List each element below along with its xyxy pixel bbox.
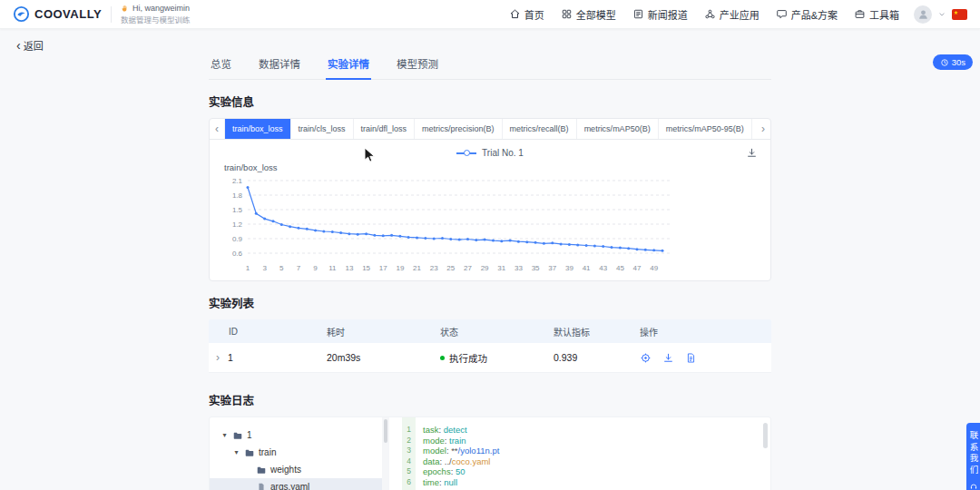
svg-text:21: 21: [413, 264, 421, 272]
download-icon[interactable]: [662, 352, 674, 364]
page-tab[interactable]: 实验详情: [326, 51, 371, 80]
tree-item[interactable]: ▾ 1: [210, 426, 382, 444]
back-button[interactable]: ‹ 返回: [16, 38, 44, 53]
svg-text:39: 39: [565, 264, 573, 272]
tree-item-name: train: [259, 447, 276, 457]
code-line: time: null: [423, 477, 770, 488]
table-row: ›1 20m39s 执行成功 0.939: [209, 343, 771, 373]
svg-text:43: 43: [599, 264, 607, 272]
code-line-numbers: 123456789: [402, 417, 416, 490]
legend-label[interactable]: Trial No. 1: [482, 148, 524, 158]
svg-text:35: 35: [532, 264, 540, 272]
svg-text:1.2: 1.2: [232, 220, 243, 229]
home-icon: [509, 8, 521, 20]
row-actions: [640, 352, 771, 364]
line-number: 5: [402, 466, 416, 477]
svg-text:1.8: 1.8: [232, 191, 243, 200]
tree-item-name: args.yaml: [270, 482, 309, 490]
divider: [111, 6, 112, 23]
tree-item-name: 1: [247, 430, 252, 440]
metric-tab[interactable]: metrics/precision(B): [414, 119, 502, 139]
metric-tabs: train/box_losstrain/cls_losstrain/dfl_lo…: [224, 119, 756, 139]
table-header: ID耗时状态默认指标操作: [209, 319, 771, 343]
svg-text:45: 45: [616, 264, 624, 272]
metric-tab[interactable]: train/dfl_loss: [353, 119, 415, 139]
chevron-down-icon[interactable]: [937, 10, 946, 19]
svg-text:11: 11: [328, 264, 337, 272]
row-elapsed: 20m39s: [327, 352, 440, 363]
svg-text:3: 3: [262, 264, 267, 272]
news-icon: [632, 8, 644, 20]
page-tab[interactable]: 总览: [209, 51, 233, 79]
code-scrollbar[interactable]: [763, 423, 768, 448]
column-header: 操作: [640, 325, 771, 338]
svg-text:25: 25: [446, 264, 455, 272]
code-line: epochs: 50: [423, 466, 770, 477]
metric-tab[interactable]: train/cls_loss: [290, 119, 353, 139]
svg-text:0.6: 0.6: [232, 250, 243, 258]
tree-scrollbar[interactable]: [382, 417, 389, 490]
target-icon[interactable]: [640, 352, 652, 364]
line-number: 1: [402, 425, 416, 436]
metric-tabs-bar: ‹ train/box_losstrain/cls_losstrain/dfl_…: [210, 119, 770, 140]
download-chart-icon[interactable]: [746, 147, 758, 159]
metric-tab[interactable]: train/box_loss: [224, 119, 290, 139]
svg-text:29: 29: [481, 264, 489, 272]
nav-item[interactable]: 首页: [509, 7, 544, 22]
solutions-icon: [776, 8, 788, 20]
line-number: 3: [402, 446, 416, 456]
svg-text:41: 41: [583, 264, 591, 272]
log-file-tree: ▾ 1 ▾ train weights args.yaml labels_cor…: [210, 417, 382, 490]
contact-us-label: 联系我们: [967, 431, 980, 476]
nav-item[interactable]: 工具箱: [854, 7, 899, 22]
line-number: 6: [402, 477, 416, 488]
avatar[interactable]: [914, 5, 932, 24]
table-body: ›1 20m39s 执行成功 0.939: [209, 343, 771, 373]
coovally-logo[interactable]: COOVALLY: [13, 5, 102, 23]
page-tab[interactable]: 模型预测: [395, 51, 440, 79]
nav-item[interactable]: 产业应用: [704, 7, 760, 22]
tree-item[interactable]: ▾ train: [210, 444, 382, 461]
row-id: 1: [228, 352, 233, 363]
tree-item[interactable]: args.yaml: [210, 478, 382, 490]
column-header: ID: [209, 327, 327, 337]
nav-item[interactable]: 全部模型: [561, 7, 616, 22]
timer-badge[interactable]: 30s: [933, 54, 973, 70]
nav-item[interactable]: 新闻报道: [632, 7, 688, 22]
page-tab[interactable]: 数据详情: [257, 51, 302, 79]
contact-us-tab[interactable]: 联系我们: [966, 423, 980, 490]
loss-line-chart[interactable]: 0.60.91.21.51.82.11357911131517192123252…: [220, 173, 756, 275]
metric-tab[interactable]: metrics/recall(B): [502, 119, 576, 139]
svg-text:0.9: 0.9: [232, 235, 243, 243]
experiment-table: ID耗时状态默认指标操作 ›1 20m39s 执行成功 0.939: [209, 319, 771, 373]
svg-text:1.5: 1.5: [232, 206, 243, 214]
content-column: 总览数据详情实验详情模型预测 实验信息 ‹ train/box_losstrai…: [209, 29, 771, 490]
greeting-text: Hi, wangweimin: [132, 4, 190, 13]
nav-item[interactable]: 产品&方案: [776, 7, 838, 22]
svg-text:17: 17: [379, 264, 387, 272]
document-icon[interactable]: [685, 352, 697, 364]
row-metric: 0.939: [554, 352, 640, 363]
experiment-info-card: ‹ train/box_losstrain/cls_losstrain/dfl_…: [209, 118, 771, 281]
svg-text:5: 5: [279, 264, 284, 272]
svg-text:19: 19: [396, 264, 404, 272]
back-label: 返回: [24, 38, 44, 53]
caret-down-icon[interactable]: ▾: [232, 448, 240, 456]
file-icon: [256, 482, 267, 490]
tree-item[interactable]: weights: [210, 461, 382, 478]
metric-tabs-scroll-left[interactable]: ‹: [210, 119, 224, 139]
column-header: 默认指标: [554, 325, 640, 338]
language-flag-icon[interactable]: [952, 9, 967, 20]
svg-text:7: 7: [297, 264, 301, 272]
metric-tab[interactable]: metrics/mAP50(B): [576, 119, 658, 139]
expand-row-icon[interactable]: ›: [216, 351, 220, 364]
column-header: 耗时: [327, 325, 440, 338]
svg-text:37: 37: [548, 264, 556, 272]
greeting-block: Hi, wangweimin 数据管理与模型训练: [121, 4, 191, 24]
svg-text:33: 33: [514, 264, 523, 272]
metric-tab[interactable]: metrics/mAP50-95(B): [658, 119, 751, 139]
code-line: data: ../coco.yaml: [423, 456, 770, 467]
metric-tabs-scroll-right[interactable]: ›: [756, 119, 770, 139]
caret-down-icon[interactable]: ▾: [220, 431, 229, 439]
wave-hand-icon: [121, 4, 130, 13]
